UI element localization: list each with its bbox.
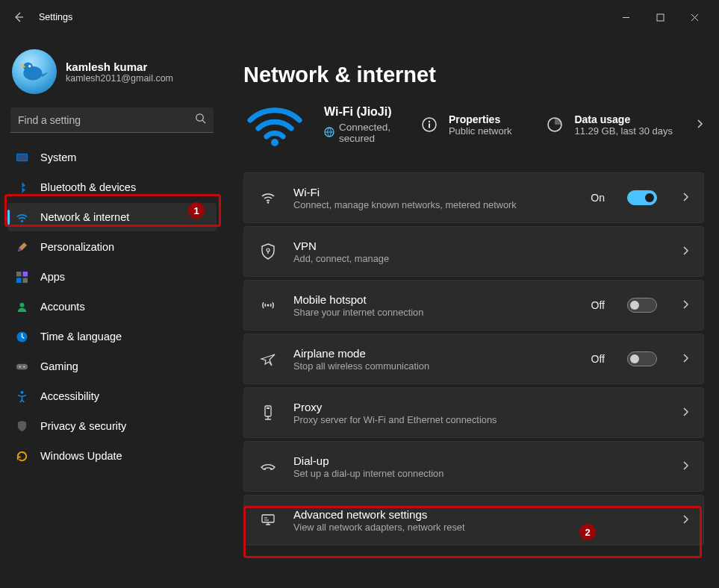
time-icon	[15, 330, 28, 343]
card-title: Mobile hotspot	[293, 293, 576, 306]
card-title: Dial-up	[293, 454, 666, 467]
annotation-badge-2: 2	[579, 524, 596, 540]
dialup-icon	[258, 460, 278, 473]
svg-rect-32	[262, 515, 274, 522]
search-box[interactable]	[10, 107, 214, 133]
window-title: Settings	[39, 12, 72, 22]
wifi-state: On	[591, 192, 605, 204]
main-panel: Network & internet Wi-Fi (JioJi) Connect…	[224, 34, 719, 588]
advanced-icon	[258, 513, 278, 528]
bluetooth-icon	[15, 181, 28, 194]
hotspot-toggle[interactable]	[627, 298, 657, 313]
wifi-toggle[interactable]	[627, 190, 657, 205]
minimize-button[interactable]	[608, 5, 643, 29]
hotspot-icon	[258, 297, 278, 313]
profile-block[interactable]: kamlesh kumar kamlesh2011@gmail.com	[12, 49, 212, 94]
svg-point-7	[20, 219, 22, 222]
nav-list: System Bluetooth & devices Network & int…	[7, 143, 217, 470]
sidebar-item-network[interactable]: Network & internet	[7, 203, 217, 231]
info-icon	[419, 114, 440, 135]
card-title: Airplane mode	[293, 347, 576, 360]
svg-point-18	[271, 139, 278, 146]
svg-point-24	[267, 201, 270, 204]
accounts-icon	[15, 300, 28, 313]
sidebar-item-apps[interactable]: Apps	[7, 263, 217, 291]
chevron-right-icon	[681, 352, 690, 366]
chevron-right-icon[interactable]	[695, 118, 704, 131]
svg-rect-6	[16, 154, 26, 160]
sidebar-item-label: Gaming	[40, 360, 78, 372]
svg-point-30	[264, 469, 266, 470]
sidebar-item-label: Privacy & security	[40, 420, 126, 432]
search-input[interactable]	[18, 114, 195, 126]
accessibility-icon	[15, 390, 28, 403]
proxy-icon	[258, 404, 278, 421]
card-sub: Proxy server for Wi-Fi and Ethernet conn…	[293, 414, 666, 425]
chevron-right-icon	[681, 298, 690, 312]
svg-point-31	[270, 469, 272, 470]
card-title: VPN	[293, 240, 666, 252]
sidebar-item-bluetooth[interactable]: Bluetooth & devices	[7, 173, 217, 201]
maximize-button[interactable]	[643, 5, 677, 29]
data-usage-icon	[544, 114, 565, 135]
card-advanced[interactable]: Advanced network settings View all netwo…	[243, 495, 704, 545]
svg-rect-14	[16, 363, 27, 369]
card-wifi[interactable]: Wi-Fi Connect, manage known networks, me…	[243, 172, 704, 223]
card-airplane[interactable]: Airplane mode Stop all wireless communic…	[243, 334, 704, 384]
svg-point-12	[19, 302, 24, 307]
sidebar-item-label: Windows Update	[40, 450, 122, 462]
sidebar-item-label: System	[40, 151, 76, 163]
card-dialup[interactable]: Dial-up Set up a dial-up internet connec…	[243, 441, 704, 492]
update-icon	[15, 449, 28, 463]
profile-email: kamlesh2011@gmail.com	[66, 73, 173, 84]
svg-point-15	[19, 366, 20, 367]
card-sub: Stop all wireless communication	[293, 360, 576, 372]
close-button[interactable]	[677, 5, 712, 29]
search-icon	[195, 113, 206, 127]
card-sub: Share your internet connection	[293, 307, 576, 318]
sidebar-item-accounts[interactable]: Accounts	[7, 293, 217, 321]
sidebar-item-time[interactable]: Time & language	[7, 322, 217, 351]
wifi-status[interactable]: Wi-Fi (JioJi) Connected, secured	[324, 105, 401, 144]
profile-text: kamlesh kumar kamlesh2011@gmail.com	[66, 60, 173, 84]
svg-point-4	[196, 114, 203, 121]
data-usage-tile[interactable]: Data usage 11.29 GB, last 30 days	[544, 113, 673, 137]
svg-rect-22	[429, 124, 430, 128]
title-bar: Settings	[0, 0, 719, 34]
card-sub: Connect, manage known networks, metered …	[293, 199, 576, 210]
svg-rect-10	[16, 278, 21, 283]
page-title: Network & internet	[243, 63, 704, 87]
properties-title: Properties	[449, 113, 512, 125]
card-proxy[interactable]: Proxy Proxy server for Wi-Fi and Etherne…	[243, 387, 704, 438]
sidebar-item-personalization[interactable]: Personalization	[7, 233, 217, 261]
sidebar-item-privacy[interactable]: Privacy & security	[7, 412, 217, 440]
sidebar-item-system[interactable]: System	[7, 143, 217, 172]
system-icon	[15, 151, 28, 164]
chevron-right-icon	[681, 513, 690, 527]
back-button[interactable]	[7, 6, 30, 28]
wifi-name: Wi-Fi (JioJi)	[324, 105, 401, 119]
card-hotspot[interactable]: Mobile hotspot Share your internet conne…	[243, 280, 704, 331]
big-wifi-icon	[243, 102, 306, 147]
sidebar-item-label: Time & language	[40, 331, 122, 343]
airplane-toggle[interactable]	[627, 351, 657, 366]
data-usage-sub: 11.29 GB, last 30 days	[574, 125, 673, 137]
wifi-substatus: Connected, secured	[324, 122, 401, 144]
sidebar-item-label: Bluetooth & devices	[40, 181, 136, 193]
svg-rect-11	[22, 278, 28, 283]
avatar	[12, 49, 57, 94]
privacy-icon	[15, 419, 28, 433]
properties-tile[interactable]: Properties Public network	[419, 113, 512, 137]
card-vpn[interactable]: VPN Add, connect, manage	[243, 226, 704, 277]
data-usage-title: Data usage	[574, 113, 673, 125]
airplane-icon	[258, 351, 278, 367]
card-title: Advanced network settings	[293, 508, 666, 521]
sidebar-item-gaming[interactable]: Gaming	[7, 352, 217, 381]
card-title: Wi-Fi	[293, 186, 576, 198]
sidebar-item-label: Personalization	[40, 241, 114, 253]
sidebar-item-update[interactable]: Windows Update	[7, 442, 217, 470]
window-buttons	[608, 5, 712, 29]
sidebar-item-label: Accessibility	[40, 390, 99, 402]
sidebar-item-accessibility[interactable]: Accessibility	[7, 382, 217, 410]
wifi-icon	[258, 190, 278, 206]
